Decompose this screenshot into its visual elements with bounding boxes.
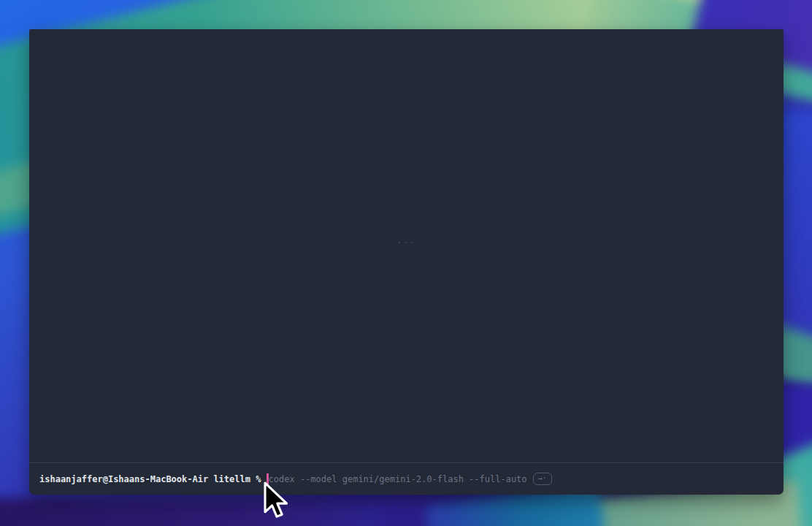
right-arrow-icon: →· bbox=[538, 474, 547, 482]
prompt-user-host: ishaanjaffer@Ishaans-MacBook-Air bbox=[39, 474, 208, 484]
prompt-directory: litellm bbox=[213, 474, 250, 484]
desktop-wallpaper: ... ishaanjaffer@Ishaans-MacBook-Air lit… bbox=[0, 0, 812, 526]
wallpaper-bottom-purple-band bbox=[0, 498, 380, 526]
terminal-scrollback: ... bbox=[29, 29, 784, 462]
collapsed-output-indicator: ... bbox=[29, 236, 784, 245]
autosuggestion-text: codex --model gemini/gemini-2.0-flash --… bbox=[269, 474, 527, 484]
accept-suggestion-hint: →· bbox=[533, 473, 552, 485]
command-input-row[interactable]: ishaanjaffer@Ishaans-MacBook-Air litellm… bbox=[29, 463, 784, 495]
terminal-window[interactable]: ... ishaanjaffer@Ishaans-MacBook-Air lit… bbox=[29, 29, 784, 495]
prompt-symbol: % bbox=[256, 474, 261, 484]
